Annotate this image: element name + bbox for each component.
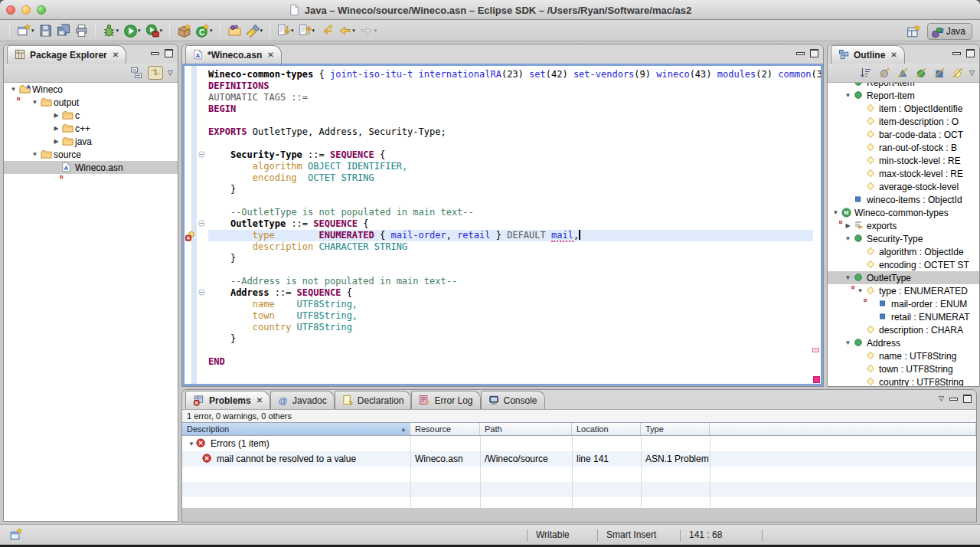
problems-error-row[interactable]: mail cannot be resolved to a value Winec… (182, 451, 976, 467)
collapsed-arrow-icon[interactable]: ▶ (51, 138, 61, 145)
code-line[interactable]: name UTF8String, (185, 299, 813, 310)
tree-item-item-description-o[interactable]: item-description : O (828, 115, 979, 128)
tree-item-mail-order-enum[interactable]: mail-order : ENUM (828, 297, 979, 310)
code-line[interactable] (185, 115, 813, 126)
view-menu-button[interactable]: ▽ (939, 395, 944, 402)
column-header-description[interactable]: Description▲ (182, 423, 410, 435)
tree-item-type-enumerated[interactable]: ▼type : ENUMERATED (828, 284, 979, 297)
code-line[interactable]: description CHARACTER STRING (185, 241, 813, 253)
tree-item-c[interactable]: ▶c (4, 109, 178, 122)
column-header-type[interactable]: Type (641, 423, 710, 435)
problems-group-row[interactable]: ▼Errors (1 item) (182, 436, 976, 451)
tree-item-description-chara[interactable]: description : CHARA (828, 323, 979, 336)
code-line[interactable]: } (185, 184, 813, 195)
run-button[interactable]: ▾ (121, 21, 143, 40)
fold-collapse-icon[interactable] (198, 289, 207, 298)
tree-item-outlettype[interactable]: ▼OutletType (828, 271, 979, 284)
fold-collapse-icon[interactable] (198, 151, 207, 160)
tab-error-log[interactable]: Error Log (411, 391, 480, 409)
maximize-view-button[interactable] (165, 49, 173, 57)
code-line[interactable] (185, 195, 813, 207)
tree-item-report-item[interactable]: Report-item (828, 82, 979, 89)
tree-item-wineco[interactable]: ▼AWineco (4, 83, 178, 96)
expanded-arrow-icon[interactable]: ▼ (831, 209, 841, 216)
collapse-all-button[interactable] (129, 66, 143, 80)
tree-item-wineco-asn[interactable]: AWineco.asn (4, 161, 178, 174)
code-line[interactable]: Security-Type ::= SEQUENCE { (185, 149, 813, 161)
search-button[interactable]: ▾ (243, 21, 266, 40)
tree-item-security-type[interactable]: ▼Security-Type (828, 232, 979, 245)
tab-outline[interactable]: Outline ✕ (831, 45, 905, 64)
code-line[interactable]: } (185, 333, 813, 345)
sort-button[interactable] (859, 66, 873, 80)
tab-wineco-asn[interactable]: A *Wineco.asn ✕ (185, 45, 282, 64)
expanded-arrow-icon[interactable]: ▼ (843, 92, 853, 99)
save-button[interactable] (37, 21, 54, 40)
code-line[interactable]: town UTF8String, (185, 310, 813, 322)
hide-types-button[interactable] (914, 66, 928, 80)
view-menu-button[interactable]: ▽ (969, 70, 975, 77)
expanded-arrow-icon[interactable]: ▼ (843, 274, 853, 281)
code-line[interactable]: country UTF8String (185, 322, 813, 333)
view-menu-button[interactable]: ▽ (168, 70, 173, 77)
column-header-resource[interactable]: Resource (410, 423, 480, 435)
minimize-editor-button[interactable] (796, 52, 805, 55)
tree-item-country-utf8string[interactable]: country : UTF8String (828, 375, 979, 386)
collapsed-arrow-icon[interactable]: ▶ (51, 125, 61, 132)
code-line[interactable]: --OutletType is not populated in main te… (185, 207, 813, 218)
code-line[interactable]: AUTOMATIC TAGS ::= (185, 92, 813, 103)
back-button[interactable]: ▾ (335, 21, 358, 40)
open-perspective-button[interactable] (904, 22, 923, 41)
column-header-path[interactable]: Path (480, 423, 572, 435)
tab-javadoc[interactable]: @Javadoc (270, 391, 335, 409)
maximize-editor-button[interactable] (810, 49, 818, 57)
tree-item-report-item[interactable]: ▼Report-item (828, 89, 979, 102)
tree-item-source[interactable]: ▼source (4, 148, 178, 161)
tree-item-bar-code-data-oct[interactable]: bar-code-data : OCT (828, 128, 979, 141)
last-edit-button[interactable] (317, 21, 335, 40)
code-line[interactable]: encoding OCTET STRING (185, 172, 813, 184)
expanded-arrow-icon[interactable]: ▼ (855, 287, 865, 294)
close-icon[interactable]: ✕ (267, 51, 273, 59)
maximize-view-button[interactable] (963, 395, 972, 403)
tree-item-address[interactable]: ▼Address (828, 336, 979, 349)
debug-button[interactable]: ▾ (100, 21, 122, 40)
new-class-button[interactable]: C▾ (193, 21, 215, 40)
tree-item-town-utf8string[interactable]: town : UTF8String (828, 362, 979, 375)
hide-values-button[interactable] (877, 66, 891, 80)
titlebar[interactable]: Java – Wineco/source/Wineco.asn – Eclips… (0, 0, 980, 20)
minimize-view-button[interactable] (151, 52, 159, 55)
tab-console[interactable]: Console (481, 391, 545, 409)
tree-item-average-stock-level[interactable]: average-stock-level (828, 180, 979, 193)
tree-item-java[interactable]: ▶java (4, 135, 178, 148)
code-line[interactable] (185, 264, 813, 276)
next-annotation-button[interactable]: ▾ (275, 21, 296, 40)
expanded-arrow-icon[interactable]: ▼ (843, 339, 853, 346)
close-icon[interactable]: ✕ (890, 51, 897, 59)
expanded-arrow-icon[interactable]: ▼ (843, 235, 853, 242)
code-line[interactable]: --Address is not populated in main text-… (185, 276, 813, 287)
prev-annotation-button[interactable]: ▾ (296, 21, 318, 40)
expanded-arrow-icon[interactable]: ▼ (8, 86, 18, 93)
hide-components-button[interactable] (933, 66, 946, 80)
print-button[interactable] (73, 21, 90, 40)
code-line[interactable]: Address ::= SEQUENCE { (185, 287, 813, 299)
open-resource-button[interactable] (225, 21, 243, 40)
tab-problems[interactable]: Problems✕ (185, 391, 270, 409)
hide-fields-button[interactable] (951, 66, 965, 80)
fast-view-button[interactable] (9, 528, 22, 541)
minimize-view-button[interactable] (952, 52, 961, 55)
tree-item-wineco-common-types[interactable]: ▼MWineco-common-types (828, 206, 979, 219)
code-line[interactable] (185, 345, 813, 356)
editor-area[interactable]: Wineco-common-types { joint-iso-itu-t in… (182, 64, 823, 386)
collapsed-arrow-icon[interactable]: ▶ (51, 112, 61, 119)
tree-item-min-stock-level-re[interactable]: min-stock-level : RE (828, 154, 979, 167)
minimize-view-button[interactable] (949, 398, 958, 401)
run-external-button[interactable]: ▾ (143, 21, 165, 40)
code-line[interactable]: END (185, 356, 813, 368)
tree-item-algorithm-objectide[interactable]: algorithm : ObjectIde (828, 245, 979, 258)
collapsed-arrow-icon[interactable]: ▶ (843, 222, 853, 229)
quickfix-error-icon[interactable] (185, 231, 196, 242)
code-line[interactable] (185, 138, 813, 149)
expanded-arrow-icon[interactable]: ▼ (30, 151, 40, 158)
